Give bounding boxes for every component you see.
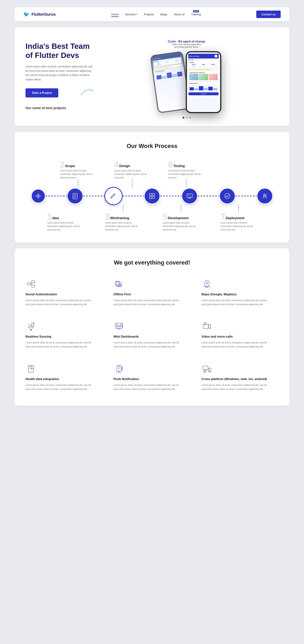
connector-6 (236, 196, 257, 196)
dashed-bottom (26, 205, 278, 212)
social-auth-icon (26, 279, 36, 290)
maps-desc: Lorem ipsum dolor sit amet, consectetur … (202, 298, 278, 306)
svg-marker-0 (91, 90, 93, 92)
health-icon (26, 364, 36, 374)
video-desc: Lorem ipsum dolor sit amet, consectetur … (202, 341, 278, 349)
social-auth-name: Social Authentication (26, 292, 102, 296)
svg-rect-6 (150, 196, 152, 198)
svg-rect-12 (32, 280, 34, 283)
cross-platform-icon (202, 364, 212, 374)
svg-rect-29 (204, 371, 206, 372)
feature-cross-platform: Cross platform (Windows, web, ios, andro… (202, 360, 278, 395)
svg-rect-5 (152, 194, 155, 196)
realtime-icon (26, 321, 36, 332)
projects-label: Our some of best projects (26, 106, 95, 110)
svg-point-28 (210, 371, 210, 371)
nav-projects[interactable]: Projects (144, 13, 154, 16)
svg-point-2 (38, 196, 39, 196)
hero-description: Lorem ipsum dolor sit amet, consectetur … (26, 64, 95, 82)
navbar: 🐦 FlutterGurus Home Services ▾ Projects … (14, 7, 290, 21)
cyclo-title: Cyclo - Be agent of change (168, 40, 205, 43)
process-step-1: 1Idea Lorem ipsum dolor sit amet, consec… (47, 212, 84, 232)
svg-point-9 (225, 194, 230, 198)
process-step-6: 6Testing Lorem ipsum dolor sit amet, con… (168, 160, 204, 180)
connector-5 (198, 196, 219, 196)
contact-button[interactable]: Contact us (256, 10, 281, 18)
work-process-title: Our Work Process (26, 143, 278, 150)
process-step-7: 7Deployment Lorem ipsum dolor sit amet, … (220, 212, 257, 232)
process-step-4: 4Design Lorem ipsum dolor sit amet, cons… (114, 160, 150, 180)
process-icon-idea (31, 189, 46, 203)
process-icon-deployment (257, 188, 273, 204)
health-desc: Lorem ipsum dolor sit amet, consectetur … (26, 383, 102, 391)
dot-2[interactable] (186, 117, 188, 118)
arrow-decoration (80, 87, 95, 97)
nav-blogs[interactable]: Blogs (160, 13, 168, 16)
nav-links: Home Services ▾ Projects Blogs About us … (111, 13, 201, 16)
process-icon-testing (219, 188, 236, 204)
svg-rect-13 (32, 285, 34, 287)
process-top-steps: 2Scope Lorem ipsum dolor sit amet, conse… (26, 160, 278, 180)
logo[interactable]: 🐦 FlutterGurus (23, 11, 56, 17)
feature-social-auth: Social Authentication Lorem ipsum dolor … (26, 275, 102, 310)
process-icons-row (26, 187, 278, 205)
phones-mockup: My Account Activities 67%Overview 4.5k 3… (150, 51, 223, 113)
phone-back: My Account Activities 67%Overview 4.5k 3… (150, 51, 190, 113)
svg-rect-8 (187, 194, 192, 198)
cross-platform-name: Cross platform (Windows, web, ios, andro… (202, 377, 278, 381)
process-wrapper: 2Scope Lorem ipsum dolor sit amet, conse… (26, 160, 278, 232)
dashed-vert-3 (123, 205, 123, 212)
covered-section: We got everything covered! Social Authen… (14, 248, 290, 406)
new-badge: NEW (193, 10, 199, 12)
dashed-vert-5 (181, 205, 181, 212)
feature-web-dashboards: Web Dashboards Lorem ipsum dolor sit ame… (114, 317, 190, 352)
cyclo-subtitle: India's best cycling application (168, 43, 205, 46)
process-step-5: 5Development Lorem ipsum dolor sit amet,… (163, 212, 199, 232)
svg-rect-15 (116, 282, 119, 284)
process-step-2: 2Scope Lorem ipsum dolor sit amet, conse… (60, 160, 96, 180)
hero-right: Cyclo - Be agent of change India's best … (95, 38, 278, 118)
dashed-vert-7 (238, 205, 239, 212)
svg-point-10 (264, 195, 266, 196)
process-bottom-steps: 1Idea Lorem ipsum dolor sit amet, consec… (26, 212, 278, 232)
connector-2 (83, 196, 104, 196)
offline-desc: Lorem ipsum dolor sit amet, consectetur … (114, 298, 190, 306)
process-step-3: 3Wireframing Lorem ipsum dolor sit amet,… (105, 212, 141, 232)
cyclo-label: Cyclo - Be agent of change India's best … (168, 40, 205, 48)
phone-front: Hello, John Doe No Profile Activities 67… (186, 51, 221, 113)
dot-3[interactable] (189, 117, 191, 118)
process-icon-scope (67, 188, 83, 204)
svg-rect-11 (27, 283, 30, 285)
svg-rect-26 (203, 366, 208, 370)
start-project-button[interactable]: Start a Project (26, 88, 58, 98)
svg-rect-16 (120, 284, 122, 286)
dot-1[interactable] (182, 117, 184, 118)
dashed-vert-6 (186, 180, 186, 187)
process-icon-design (144, 188, 160, 204)
video-name: Video and voice calls (202, 335, 278, 338)
feature-health: Health data integration Lorem ipsum dolo… (26, 360, 102, 395)
cross-platform-desc: Lorem ipsum dolor sit amet, consectetur … (202, 383, 278, 391)
carousel-dots (182, 117, 191, 118)
nav-home[interactable]: Home (111, 13, 118, 16)
feature-maps: Maps (Google, Mapbox) Lorem ipsum dolor … (202, 275, 278, 310)
nav-services[interactable]: Services ▾ (125, 13, 138, 16)
hero-section: India's Best Team of Flutter Devs Lorem … (14, 27, 290, 126)
svg-rect-14 (116, 281, 119, 286)
feature-offline: Offline First Lorem ipsum dolor sit amet… (114, 275, 190, 310)
offline-icon (114, 279, 124, 290)
maps-name: Maps (Google, Mapbox) (202, 292, 278, 296)
svg-point-18 (30, 329, 32, 330)
feature-realtime: Realtime Syncing Lorem ipsum dolor sit a… (26, 317, 102, 352)
svg-point-25 (118, 371, 119, 372)
hero-title: India's Best Team of Flutter Devs (26, 42, 95, 60)
nav-training[interactable]: NEW Training (191, 13, 201, 16)
realtime-name: Realtime Syncing (26, 335, 102, 338)
web-dashboards-desc: Lorem ipsum dolor sit amet, consectetur … (114, 341, 190, 349)
logo-icon: 🐦 (23, 11, 30, 17)
nav-about[interactable]: About us (174, 13, 184, 16)
dashed-vert-4 (132, 180, 132, 187)
realtime-desc: Lorem ipsum dolor sit amet, consectetur … (26, 341, 102, 349)
offline-name: Offline First (114, 292, 190, 296)
web-dashboards-icon (114, 321, 124, 332)
